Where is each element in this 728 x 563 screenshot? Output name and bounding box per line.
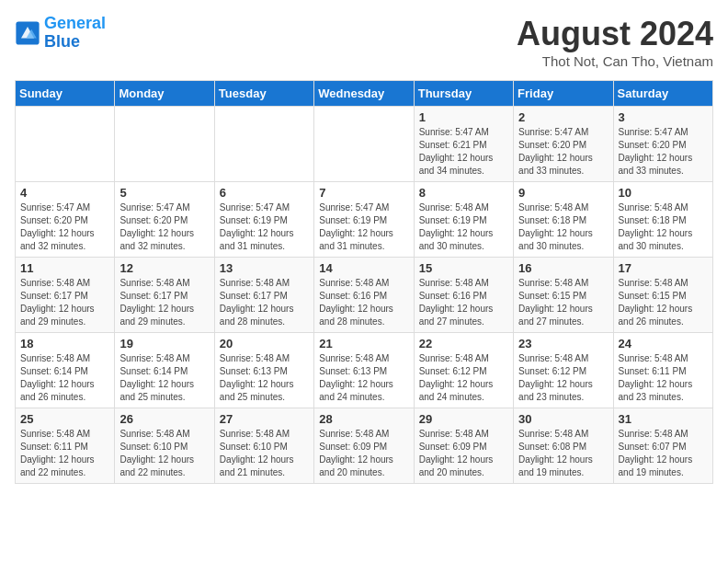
- day-info: Sunrise: 5:47 AM Sunset: 6:20 PM Dayligh…: [619, 126, 708, 178]
- calendar-cell: [314, 107, 414, 182]
- calendar-cell: 12Sunrise: 5:48 AM Sunset: 6:17 PM Dayli…: [115, 258, 214, 333]
- day-info: Sunrise: 5:48 AM Sunset: 6:18 PM Dayligh…: [518, 201, 608, 253]
- day-info: Sunrise: 5:48 AM Sunset: 6:09 PM Dayligh…: [319, 428, 408, 479]
- day-number: 12: [119, 261, 209, 275]
- weekday-header: Friday: [514, 81, 613, 107]
- day-number: 27: [220, 412, 309, 426]
- day-info: Sunrise: 5:48 AM Sunset: 6:11 PM Dayligh…: [20, 428, 109, 479]
- day-number: 7: [319, 186, 408, 200]
- calendar-cell: [214, 107, 313, 182]
- day-info: Sunrise: 5:48 AM Sunset: 6:08 PM Dayligh…: [518, 428, 608, 479]
- day-number: 4: [20, 186, 109, 200]
- calendar-table: SundayMondayTuesdayWednesdayThursdayFrid…: [15, 80, 713, 484]
- calendar-cell: 23Sunrise: 5:48 AM Sunset: 6:12 PM Dayli…: [514, 333, 613, 408]
- day-number: 19: [119, 337, 209, 350]
- day-info: Sunrise: 5:47 AM Sunset: 6:19 PM Dayligh…: [319, 201, 408, 253]
- calendar-cell: 3Sunrise: 5:47 AM Sunset: 6:20 PM Daylig…: [613, 107, 712, 182]
- day-info: Sunrise: 5:48 AM Sunset: 6:17 PM Dayligh…: [220, 277, 309, 328]
- day-info: Sunrise: 5:48 AM Sunset: 6:16 PM Dayligh…: [319, 277, 408, 328]
- logo-text: General Blue: [44, 15, 106, 52]
- calendar-cell: 9Sunrise: 5:48 AM Sunset: 6:18 PM Daylig…: [514, 182, 613, 258]
- day-info: Sunrise: 5:48 AM Sunset: 6:11 PM Dayligh…: [619, 352, 708, 404]
- day-number: 5: [119, 186, 209, 200]
- weekday-header: Sunday: [16, 81, 115, 107]
- day-number: 13: [220, 261, 309, 275]
- day-info: Sunrise: 5:48 AM Sunset: 6:07 PM Dayligh…: [619, 428, 708, 479]
- day-number: 18: [20, 337, 109, 350]
- day-number: 10: [619, 186, 708, 200]
- weekday-header: Thursday: [414, 81, 513, 107]
- calendar-cell: 19Sunrise: 5:48 AM Sunset: 6:14 PM Dayli…: [115, 333, 214, 408]
- calendar-cell: 21Sunrise: 5:48 AM Sunset: 6:13 PM Dayli…: [314, 333, 414, 408]
- day-info: Sunrise: 5:48 AM Sunset: 6:10 PM Dayligh…: [220, 428, 309, 479]
- calendar-cell: 20Sunrise: 5:48 AM Sunset: 6:13 PM Dayli…: [214, 333, 313, 408]
- day-number: 14: [319, 261, 408, 275]
- weekday-header: Saturday: [613, 81, 712, 107]
- day-info: Sunrise: 5:48 AM Sunset: 6:12 PM Dayligh…: [419, 352, 508, 404]
- day-info: Sunrise: 5:48 AM Sunset: 6:18 PM Dayligh…: [619, 201, 708, 253]
- day-number: 31: [619, 412, 708, 426]
- calendar-cell: 4Sunrise: 5:47 AM Sunset: 6:20 PM Daylig…: [16, 182, 115, 258]
- weekday-header: Tuesday: [214, 81, 313, 107]
- title-block: August 2024 Thot Not, Can Tho, Vietnam: [517, 15, 713, 69]
- logo-icon: [15, 20, 40, 46]
- calendar-cell: 15Sunrise: 5:48 AM Sunset: 6:16 PM Dayli…: [414, 258, 513, 333]
- calendar-week-row: 1Sunrise: 5:47 AM Sunset: 6:21 PM Daylig…: [16, 107, 713, 182]
- calendar-cell: 27Sunrise: 5:48 AM Sunset: 6:10 PM Dayli…: [214, 408, 313, 484]
- day-info: Sunrise: 5:47 AM Sunset: 6:20 PM Dayligh…: [119, 201, 209, 253]
- calendar-cell: 24Sunrise: 5:48 AM Sunset: 6:11 PM Dayli…: [613, 333, 712, 408]
- day-info: Sunrise: 5:47 AM Sunset: 6:21 PM Dayligh…: [419, 126, 508, 178]
- calendar-cell: 5Sunrise: 5:47 AM Sunset: 6:20 PM Daylig…: [115, 182, 214, 258]
- calendar-cell: 29Sunrise: 5:48 AM Sunset: 6:09 PM Dayli…: [414, 408, 513, 484]
- day-number: 9: [518, 186, 608, 200]
- day-info: Sunrise: 5:47 AM Sunset: 6:20 PM Dayligh…: [20, 201, 109, 253]
- day-number: 29: [419, 412, 508, 426]
- calendar-week-row: 25Sunrise: 5:48 AM Sunset: 6:11 PM Dayli…: [16, 408, 713, 484]
- calendar-cell: 31Sunrise: 5:48 AM Sunset: 6:07 PM Dayli…: [613, 408, 712, 484]
- day-info: Sunrise: 5:48 AM Sunset: 6:14 PM Dayligh…: [119, 352, 209, 404]
- day-number: 20: [220, 337, 309, 350]
- day-number: 26: [119, 412, 209, 426]
- calendar-cell: 30Sunrise: 5:48 AM Sunset: 6:08 PM Dayli…: [514, 408, 613, 484]
- calendar-cell: 26Sunrise: 5:48 AM Sunset: 6:10 PM Dayli…: [115, 408, 214, 484]
- calendar-cell: 22Sunrise: 5:48 AM Sunset: 6:12 PM Dayli…: [414, 333, 513, 408]
- calendar-cell: 1Sunrise: 5:47 AM Sunset: 6:21 PM Daylig…: [414, 107, 513, 182]
- day-number: 28: [319, 412, 408, 426]
- day-number: 11: [20, 261, 109, 275]
- day-info: Sunrise: 5:48 AM Sunset: 6:10 PM Dayligh…: [119, 428, 209, 479]
- day-number: 17: [619, 261, 708, 275]
- day-number: 21: [319, 337, 408, 350]
- calendar-week-row: 18Sunrise: 5:48 AM Sunset: 6:14 PM Dayli…: [16, 333, 713, 408]
- day-info: Sunrise: 5:48 AM Sunset: 6:17 PM Dayligh…: [119, 277, 209, 328]
- day-info: Sunrise: 5:48 AM Sunset: 6:16 PM Dayligh…: [419, 277, 508, 328]
- location-subtitle: Thot Not, Can Tho, Vietnam: [517, 53, 713, 69]
- calendar-cell: 2Sunrise: 5:47 AM Sunset: 6:20 PM Daylig…: [514, 107, 613, 182]
- day-number: 30: [518, 412, 608, 426]
- day-number: 25: [20, 412, 109, 426]
- calendar-cell: 17Sunrise: 5:48 AM Sunset: 6:15 PM Dayli…: [613, 258, 712, 333]
- day-info: Sunrise: 5:48 AM Sunset: 6:15 PM Dayligh…: [518, 277, 608, 328]
- calendar-week-row: 4Sunrise: 5:47 AM Sunset: 6:20 PM Daylig…: [16, 182, 713, 258]
- weekday-header: Wednesday: [314, 81, 414, 107]
- day-number: 2: [518, 110, 608, 124]
- day-number: 16: [518, 261, 608, 275]
- calendar-cell: 7Sunrise: 5:47 AM Sunset: 6:19 PM Daylig…: [314, 182, 414, 258]
- day-info: Sunrise: 5:48 AM Sunset: 6:15 PM Dayligh…: [619, 277, 708, 328]
- calendar-cell: 14Sunrise: 5:48 AM Sunset: 6:16 PM Dayli…: [314, 258, 414, 333]
- day-info: Sunrise: 5:48 AM Sunset: 6:17 PM Dayligh…: [20, 277, 109, 328]
- day-info: Sunrise: 5:48 AM Sunset: 6:13 PM Dayligh…: [220, 352, 309, 404]
- day-info: Sunrise: 5:48 AM Sunset: 6:12 PM Dayligh…: [518, 352, 608, 404]
- day-number: 6: [220, 186, 309, 200]
- day-number: 22: [419, 337, 508, 350]
- day-info: Sunrise: 5:47 AM Sunset: 6:19 PM Dayligh…: [220, 201, 309, 253]
- calendar-cell: 16Sunrise: 5:48 AM Sunset: 6:15 PM Dayli…: [514, 258, 613, 333]
- calendar-cell: 28Sunrise: 5:48 AM Sunset: 6:09 PM Dayli…: [314, 408, 414, 484]
- page-header: General Blue August 2024 Thot Not, Can T…: [15, 15, 713, 69]
- day-number: 8: [419, 186, 508, 200]
- day-info: Sunrise: 5:48 AM Sunset: 6:19 PM Dayligh…: [419, 201, 508, 253]
- day-number: 15: [419, 261, 508, 275]
- day-number: 1: [419, 110, 508, 124]
- calendar-cell: [115, 107, 214, 182]
- calendar-week-row: 11Sunrise: 5:48 AM Sunset: 6:17 PM Dayli…: [16, 258, 713, 333]
- calendar-cell: 6Sunrise: 5:47 AM Sunset: 6:19 PM Daylig…: [214, 182, 313, 258]
